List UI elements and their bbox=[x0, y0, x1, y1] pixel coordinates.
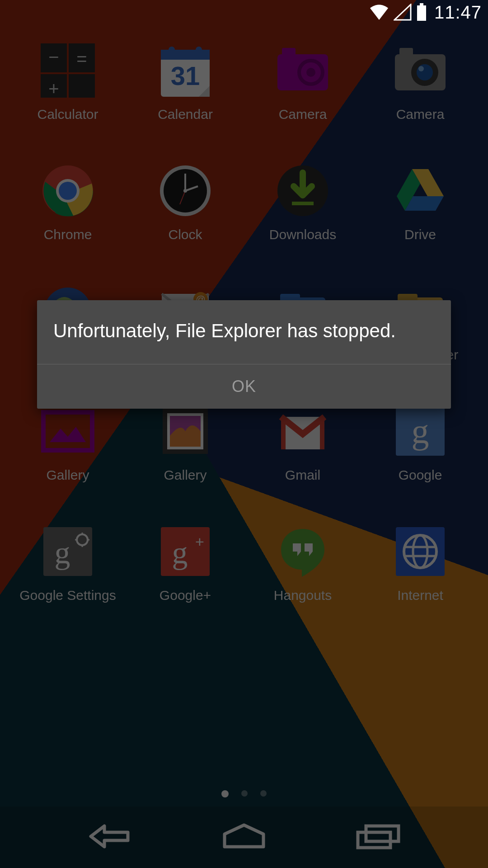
status-clock: 11:47 bbox=[434, 2, 482, 23]
cell-signal-icon bbox=[394, 4, 412, 21]
svg-rect-2 bbox=[420, 3, 423, 5]
dialog-message: Unfortunately, File Explorer has stopped… bbox=[37, 300, 451, 364]
status-bar: 11:47 bbox=[0, 0, 488, 24]
modal-scrim bbox=[0, 0, 488, 868]
svg-rect-3 bbox=[417, 5, 426, 21]
error-dialog: Unfortunately, File Explorer has stopped… bbox=[37, 300, 451, 409]
ok-button[interactable]: OK bbox=[37, 364, 451, 409]
wifi-icon bbox=[369, 4, 389, 21]
battery-icon bbox=[416, 3, 427, 21]
